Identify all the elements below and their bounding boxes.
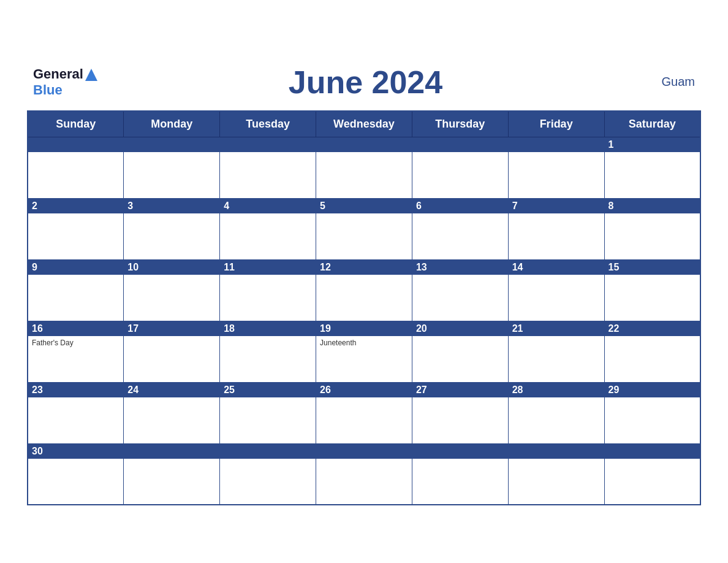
calendar-cell: [604, 443, 700, 505]
day-number: [124, 444, 219, 459]
day-content: [412, 213, 508, 259]
calendar-cell: 10: [124, 259, 220, 321]
calendar-cell: 1: [604, 137, 700, 198]
day-number: [220, 137, 316, 152]
day-number: 25: [220, 383, 316, 397]
logo: General Blue: [33, 66, 97, 98]
day-number: 22: [605, 321, 700, 336]
day-number: 19: [316, 321, 412, 336]
day-number: [316, 444, 412, 459]
day-number: 8: [605, 199, 700, 213]
day-content: [509, 275, 604, 321]
calendar-cell: 3: [124, 198, 220, 259]
calendar-cell: [124, 443, 220, 505]
logo-general-text: General: [33, 66, 83, 82]
day-number: [412, 444, 508, 459]
day-number: 12: [316, 260, 412, 275]
day-content: [605, 213, 700, 259]
day-number: 26: [316, 383, 412, 397]
day-content: [412, 336, 508, 382]
day-number: 21: [509, 321, 604, 336]
day-number: 24: [124, 383, 219, 397]
calendar-cell: [412, 137, 508, 198]
calendar-cell: 17: [124, 321, 220, 382]
day-content: [220, 152, 316, 198]
calendar-cell: [220, 443, 316, 505]
day-content: [28, 275, 123, 321]
event-label: Father's Day: [32, 339, 119, 347]
calendar-cell: 30: [28, 443, 124, 505]
day-number: 16: [28, 321, 123, 336]
calendar-table: SundayMondayTuesdayWednesdayThursdayFrid…: [27, 110, 701, 506]
day-content: [509, 459, 604, 505]
day-number: [124, 137, 219, 152]
calendar-cell: [220, 137, 316, 198]
day-number: [28, 137, 123, 152]
day-content: [316, 213, 412, 259]
day-content: [28, 152, 123, 198]
day-number: 15: [605, 260, 700, 275]
day-number: [605, 444, 700, 459]
calendar-cell: 25: [220, 382, 316, 443]
calendar-cell: 15: [604, 259, 700, 321]
day-content: [124, 459, 219, 505]
calendar-cell: 16Father's Day: [28, 321, 124, 382]
day-content: [124, 336, 219, 382]
calendar-cell: 12: [316, 259, 412, 321]
calendar-cell: 13: [412, 259, 508, 321]
day-content: [412, 152, 508, 198]
day-content: [316, 459, 412, 505]
calendar-week-row: 30: [28, 443, 700, 505]
event-label: Juneteenth: [320, 339, 408, 347]
calendar-cell: 29: [604, 382, 700, 443]
day-content: [509, 152, 604, 198]
calendar-title: June 2024: [97, 64, 634, 101]
day-content: [509, 397, 604, 443]
day-number: [509, 137, 604, 152]
day-content: [316, 397, 412, 443]
calendar-week-row: 9101112131415: [28, 259, 700, 321]
day-content: [605, 459, 700, 505]
day-content: [316, 275, 412, 321]
day-content: [220, 336, 316, 382]
day-number: 5: [316, 199, 412, 213]
calendar-cell: 2: [28, 198, 124, 259]
calendar-cell: 23: [28, 382, 124, 443]
day-number: [316, 137, 412, 152]
day-content: [28, 397, 123, 443]
day-content: Juneteenth: [316, 336, 412, 382]
calendar-week-row: 1: [28, 137, 700, 198]
day-number: 23: [28, 383, 123, 397]
day-number: 17: [124, 321, 219, 336]
calendar-cell: 7: [508, 198, 604, 259]
weekday-header-sunday: Sunday: [28, 111, 124, 137]
day-content: [412, 275, 508, 321]
day-content: [124, 152, 219, 198]
calendar-cell: [316, 137, 412, 198]
calendar-week-row: 16Father's Day171819Juneteenth202122: [28, 321, 700, 382]
calendar-cell: 21: [508, 321, 604, 382]
calendar-cell: 19Juneteenth: [316, 321, 412, 382]
day-content: [509, 213, 604, 259]
day-number: 4: [220, 199, 316, 213]
day-content: [220, 459, 316, 505]
calendar-cell: 4: [220, 198, 316, 259]
day-content: [412, 459, 508, 505]
weekday-header-thursday: Thursday: [412, 111, 508, 137]
calendar-cell: 14: [508, 259, 604, 321]
weekday-header-monday: Monday: [124, 111, 220, 137]
calendar-cell: [412, 443, 508, 505]
day-content: [124, 275, 219, 321]
calendar-cell: 26: [316, 382, 412, 443]
calendar-cell: [508, 137, 604, 198]
day-number: 27: [412, 383, 508, 397]
day-content: Father's Day: [28, 336, 123, 382]
calendar-cell: 24: [124, 382, 220, 443]
calendar-cell: 28: [508, 382, 604, 443]
weekday-header-friday: Friday: [508, 111, 604, 137]
calendar-cell: [508, 443, 604, 505]
logo-blue-text: Blue: [33, 82, 63, 98]
day-content: [220, 275, 316, 321]
day-content: [605, 336, 700, 382]
calendar-cell: 22: [604, 321, 700, 382]
